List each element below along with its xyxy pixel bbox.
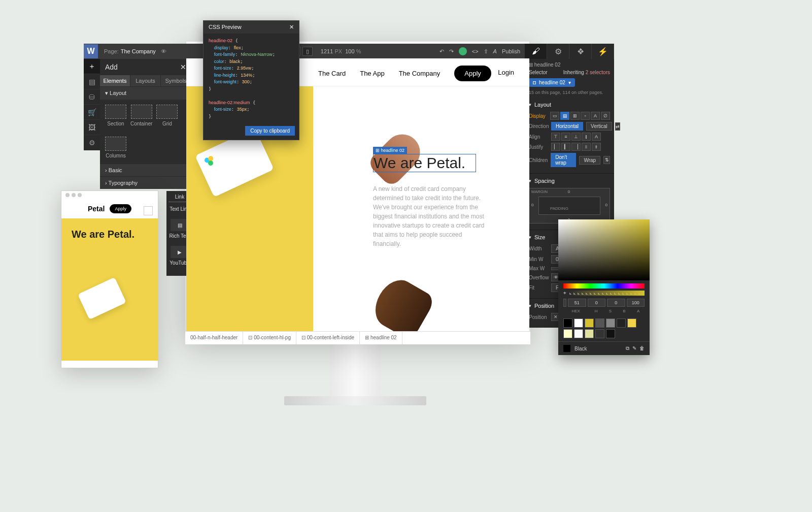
color-swatch[interactable]	[595, 329, 604, 338]
eyedropper-icon[interactable]: ⌖	[563, 290, 566, 296]
close-icon[interactable]: ✕	[180, 63, 186, 71]
color-swatch[interactable]	[563, 329, 572, 338]
style-tab-icon[interactable]: 🖌	[525, 44, 547, 59]
align-center-button[interactable]: ≡	[561, 133, 570, 141]
add-section[interactable]: Section	[105, 105, 126, 126]
export-icon[interactable]: ⇧	[484, 48, 488, 55]
align-end-button[interactable]: ⊥	[571, 133, 581, 141]
settings-icon[interactable]: ⚙	[84, 135, 100, 150]
justify-around-button[interactable]: ⫵	[592, 143, 601, 151]
settings-tab-icon[interactable]: ⚙	[547, 44, 569, 59]
box-model[interactable]: MARGIN PADDING 0 0 0 0	[529, 188, 610, 223]
page-name[interactable]: The Company	[121, 48, 156, 54]
wrap-reverse-button[interactable]: ⇅	[603, 156, 610, 164]
app-logo[interactable]: W	[84, 44, 98, 58]
color-swatch[interactable]	[563, 318, 572, 328]
login-link[interactable]: Login	[498, 69, 514, 76]
redo-icon[interactable]: ↷	[449, 48, 454, 55]
add-grid[interactable]: Grid	[156, 105, 178, 126]
wrap-none-button[interactable]: Don't wrap	[551, 153, 576, 167]
h-input[interactable]	[568, 299, 586, 307]
undo-icon[interactable]: ↶	[439, 48, 444, 55]
b-input[interactable]	[607, 299, 625, 307]
color-swatch[interactable]	[617, 318, 626, 328]
class-selector-dropdown[interactable]: ◘ headline 02 ▾	[529, 78, 575, 87]
display-inline-block-button[interactable]: ▫	[581, 112, 590, 120]
copy-css-button[interactable]: Copy to clipboard	[245, 126, 295, 136]
mobile-apply-button[interactable]: Apply	[110, 204, 131, 213]
canvas-width[interactable]: 1211 PX 100 %	[321, 48, 361, 54]
breadcrumb-item[interactable]: ⊡ 00-content-hl-pg	[243, 332, 296, 344]
publish-button[interactable]: Publish	[502, 48, 520, 54]
breadcrumb-item[interactable]: ⊞ headline 02	[360, 332, 402, 344]
wrap-button[interactable]: Wrap	[579, 156, 600, 165]
category-typography[interactable]: › Typography	[100, 176, 191, 189]
edit-icon[interactable]: ✎	[632, 345, 636, 351]
align-baseline-button[interactable]: A	[592, 133, 601, 141]
direction-horizontal-button[interactable]: Horizontal	[551, 122, 583, 131]
direction-vertical-button[interactable]: Vertical	[586, 122, 612, 131]
color-swatch[interactable]	[585, 318, 594, 328]
alpha-slider[interactable]	[569, 291, 645, 296]
nav-link[interactable]: The Card	[318, 70, 346, 77]
add-container[interactable]: Container	[130, 105, 152, 126]
nav-link[interactable]: The Company	[399, 70, 441, 77]
add-columns[interactable]: Columns	[105, 137, 126, 158]
color-swatch[interactable]	[606, 318, 615, 328]
display-grid-button[interactable]: ⊞	[570, 112, 580, 120]
hue-slider[interactable]	[563, 283, 645, 289]
apply-button[interactable]: Apply	[454, 66, 491, 81]
a-input[interactable]	[627, 299, 645, 307]
device-phone-icon[interactable]: ▯	[302, 47, 313, 56]
status-ok-icon	[459, 47, 467, 55]
hex-input[interactable]	[563, 299, 566, 307]
color-swatch[interactable]	[574, 318, 583, 328]
element-selection-label[interactable]: ⊞ headline 02	[373, 147, 407, 154]
interactions-tab-icon[interactable]: ❖	[569, 44, 592, 59]
element-crumb[interactable]: ⊞ headline 02	[529, 62, 561, 68]
align-start-button[interactable]: ⊤	[551, 133, 560, 141]
spacing-section-header[interactable]: Spacing	[529, 176, 610, 186]
display-inline-button[interactable]: A	[591, 112, 600, 120]
hamburger-icon[interactable]	[144, 206, 153, 215]
s-input[interactable]	[588, 299, 606, 307]
preview-icon[interactable]: 👁	[161, 48, 166, 54]
display-block-button[interactable]: ▭	[550, 112, 559, 120]
pages-icon[interactable]: ▤	[84, 74, 100, 89]
color-swatch[interactable]	[627, 318, 636, 328]
tab-layouts[interactable]: Layouts	[130, 75, 161, 86]
justify-between-button[interactable]: ⫴	[582, 143, 591, 151]
justify-end-button[interactable]: ▕	[571, 143, 581, 151]
layout-section-header[interactable]: Layout	[529, 100, 610, 110]
effects-tab-icon[interactable]: ⚡	[592, 44, 614, 59]
inherit-link[interactable]: 2 selectors	[586, 70, 610, 75]
direction-reverse-button[interactable]: ⇄	[615, 122, 620, 131]
justify-start-button[interactable]: ▏	[551, 143, 560, 151]
breadcrumb-item[interactable]: ⊡ 00-content-left-inside	[296, 332, 360, 344]
tab-elements[interactable]: Elements	[100, 75, 130, 86]
close-icon[interactable]: ✕	[289, 24, 294, 30]
ecommerce-icon[interactable]: 🛒	[84, 105, 100, 120]
category-layout[interactable]: ▾ Layout	[100, 86, 191, 100]
trash-icon[interactable]: 🗑	[639, 345, 645, 351]
nav-link[interactable]: The App	[360, 70, 384, 77]
align-stretch-button[interactable]: ⫿	[582, 133, 591, 141]
color-gradient-area[interactable]	[558, 219, 650, 280]
color-swatch[interactable]	[595, 318, 604, 328]
assets-icon[interactable]: 🖾	[84, 120, 100, 135]
add-icon[interactable]: ＋	[84, 59, 100, 74]
color-swatch[interactable]	[574, 329, 583, 338]
display-none-button[interactable]: ∅	[601, 112, 610, 120]
justify-center-button[interactable]: ▎	[561, 143, 570, 151]
link-icon[interactable]: ⧉	[626, 345, 629, 351]
color-swatch[interactable]	[606, 329, 615, 338]
breadcrumb-item[interactable]: 00-half-n-half-header	[185, 332, 243, 344]
color-swatch[interactable]	[585, 329, 594, 338]
text-tool-icon[interactable]: A	[493, 48, 497, 54]
code-icon[interactable]: <>	[472, 48, 479, 54]
headline-element[interactable]: We are Petal.	[373, 154, 476, 172]
category-basic[interactable]: › Basic	[100, 164, 191, 176]
body-text-element[interactable]: A new kind of credit card company determ…	[373, 184, 490, 248]
cms-icon[interactable]: ⛁	[84, 89, 100, 105]
display-flex-button[interactable]: ▤	[560, 112, 569, 120]
